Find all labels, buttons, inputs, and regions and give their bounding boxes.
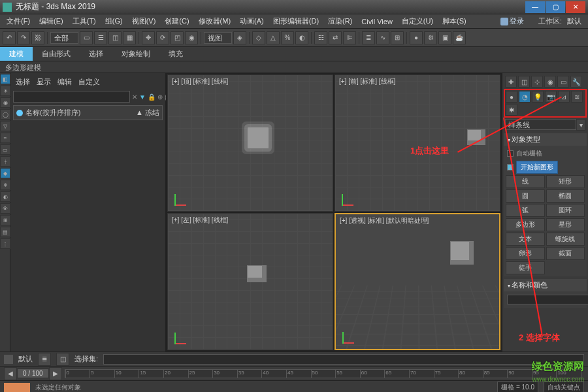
geometry-icon[interactable]: ● — [506, 91, 517, 103]
create-object-button[interactable]: 星形 — [546, 218, 585, 231]
object-type-rollout[interactable]: 对象类型 — [504, 133, 587, 146]
redo-button[interactable]: ↷ — [17, 31, 30, 44]
timeline-prev-icon[interactable]: ◀ — [4, 367, 17, 380]
ribbon-tab[interactable]: 自由形式 — [33, 47, 80, 61]
shapes-icon[interactable]: ◯ — [0, 109, 10, 120]
scene-header[interactable]: 名称(按升序排序) ▲ 冻结 — [13, 105, 163, 120]
space-icon[interactable]: ≈ — [0, 133, 10, 143]
pivot-button[interactable]: ◈ — [233, 31, 246, 44]
cameras-cat-icon[interactable]: 📷 — [545, 91, 557, 103]
lights-cat-icon[interactable]: 💡 — [532, 91, 544, 103]
viewport-label[interactable]: [+] [顶] [标准] [线框] — [172, 77, 228, 86]
menu-item[interactable]: 图形编辑器(D) — [269, 15, 323, 27]
lights-icon[interactable]: ☀ — [0, 86, 10, 96]
viewport-front[interactable]: [+] [前] [标准] [线框] — [335, 74, 500, 212]
lock-icon[interactable]: 🔒 — [148, 91, 155, 102]
create-object-button[interactable]: 圆环 — [546, 204, 585, 217]
create-object-button[interactable]: 文本 — [506, 233, 545, 246]
create-object-button[interactable]: 徒手 — [506, 261, 545, 274]
close-button[interactable]: ✕ — [566, 1, 585, 13]
layer-name[interactable]: 默认 — [18, 354, 33, 364]
viewport-label[interactable]: [+] [左] [标准] [线框] — [172, 216, 228, 225]
render-setup-button[interactable]: ⚙ — [424, 31, 437, 44]
shapes-cat-icon[interactable]: ◔ — [519, 91, 531, 103]
layer-swatch-icon[interactable] — [4, 355, 13, 364]
scene-explorer-icon[interactable]: ◧ — [0, 74, 10, 84]
spacewarps-cat-icon[interactable]: ≋ — [571, 91, 583, 103]
scene-tab[interactable]: 显示 — [37, 77, 51, 87]
selset-input[interactable] — [103, 354, 584, 365]
frame-indicator[interactable]: 0 / 100 — [17, 368, 49, 378]
modify-tab-icon[interactable]: ◫ — [518, 76, 530, 88]
subcategory-dropdown[interactable]: 样条线 — [505, 119, 576, 130]
viewport-perspective[interactable]: [+] [透视] [标准] [默认明暗处理] — [335, 213, 500, 350]
login-button[interactable]: 登录 — [500, 16, 524, 26]
link-button[interactable]: ⛓ — [31, 31, 44, 44]
named-sel-button[interactable]: ☷ — [314, 31, 327, 44]
marquee-button[interactable]: ◫ — [108, 31, 122, 44]
minimize-button[interactable]: — — [525, 1, 545, 13]
create-object-button[interactable]: 弧 — [506, 204, 545, 217]
place-button[interactable]: ◉ — [185, 31, 198, 44]
menu-item[interactable]: 工具(T) — [69, 15, 100, 27]
ribbon-tab[interactable]: 建模 — [0, 47, 33, 61]
menu-item[interactable]: 自定义(U) — [398, 15, 437, 27]
viewport-left[interactable]: [+] [左] [标准] [线框] — [167, 213, 333, 350]
ribbon-tab[interactable]: 填充 — [159, 47, 192, 61]
hierarchy-tab-icon[interactable]: ⊹ — [531, 76, 543, 88]
ribbon-tab[interactable]: 对象绘制 — [112, 47, 159, 61]
motion-tab-icon[interactable]: ◉ — [544, 76, 556, 88]
menu-item[interactable]: 脚本(S) — [438, 15, 470, 27]
create-tab-icon[interactable]: ✚ — [505, 76, 517, 88]
viewport-label[interactable]: [+] [透视] [标准] [默认明暗处理] — [340, 216, 429, 225]
create-object-button[interactable]: 截面 — [546, 247, 585, 260]
more-icon[interactable]: ⋮ — [0, 238, 10, 249]
create-object-button[interactable]: 卵形 — [506, 247, 545, 260]
create-object-button[interactable]: 螺旋线 — [546, 233, 585, 246]
select-name-button[interactable]: ☰ — [94, 31, 107, 44]
create-object-button[interactable]: 多边形 — [506, 218, 545, 231]
clear-search-icon[interactable]: ✕ — [132, 91, 137, 102]
rotate-button[interactable]: ⟳ — [156, 31, 169, 44]
bulb-icon[interactable]: ◉ — [0, 97, 10, 108]
autokey-indicator[interactable] — [4, 383, 30, 392]
autogrid-check[interactable] — [507, 150, 514, 157]
menu-item[interactable]: 动画(A) — [236, 15, 268, 27]
mirror-button[interactable]: ⇄ — [329, 31, 342, 44]
angle-snap-button[interactable]: △ — [267, 31, 280, 44]
pin-icon[interactable]: ⊕ — [157, 91, 163, 102]
menu-item[interactable]: 创建(C) — [161, 15, 193, 27]
filter-icon[interactable]: ▼ — [139, 91, 146, 102]
viewport-top[interactable]: [+] [顶] [标准] [线框] — [167, 74, 333, 212]
systems-cat-icon[interactable]: ✱ — [506, 104, 517, 116]
align-button[interactable]: ⊫ — [343, 31, 356, 44]
workspace-value[interactable]: 默认 — [563, 16, 585, 26]
scene-tab[interactable]: 自定义 — [78, 77, 100, 87]
curve-editor-button[interactable]: ∿ — [376, 31, 389, 44]
utilities-tab-icon[interactable]: 🔧 — [570, 76, 582, 88]
schematic-button[interactable]: ⊞ — [391, 31, 404, 44]
filter-combo[interactable]: 全部 — [50, 32, 78, 44]
menu-item[interactable]: 编辑(E) — [35, 15, 67, 27]
group-icon[interactable]: ▭ — [0, 144, 10, 155]
menu-item[interactable]: 修改器(M) — [195, 15, 235, 27]
scale-button[interactable]: ◰ — [171, 31, 184, 44]
start-new-shape-button[interactable]: 开始新图形 — [516, 161, 558, 174]
menu-item[interactable]: 组(G) — [101, 15, 127, 27]
container-icon[interactable]: ◆ — [0, 168, 10, 178]
helper-icon[interactable]: ▽ — [0, 121, 10, 131]
scene-tab[interactable]: 选择 — [16, 77, 30, 87]
create-object-button[interactable]: 圆 — [506, 189, 545, 203]
dropdown-arrow-icon[interactable]: ▾ — [576, 119, 585, 131]
create-object-button[interactable]: 线 — [506, 175, 545, 188]
maximize-button[interactable]: ▢ — [546, 1, 565, 13]
xref-icon[interactable]: ⊞ — [0, 215, 10, 225]
window-crossing-button[interactable]: ▦ — [123, 31, 136, 44]
create-object-button[interactable]: 矩形 — [546, 175, 585, 188]
render-frame-button[interactable]: ▣ — [438, 31, 451, 44]
undo-button[interactable]: ↶ — [3, 31, 16, 44]
render-button[interactable]: ☕ — [453, 31, 466, 44]
layer-icon[interactable]: ▤ — [0, 227, 10, 237]
object-name-input[interactable] — [507, 295, 588, 304]
stack-icon[interactable]: ◫ — [56, 353, 69, 366]
